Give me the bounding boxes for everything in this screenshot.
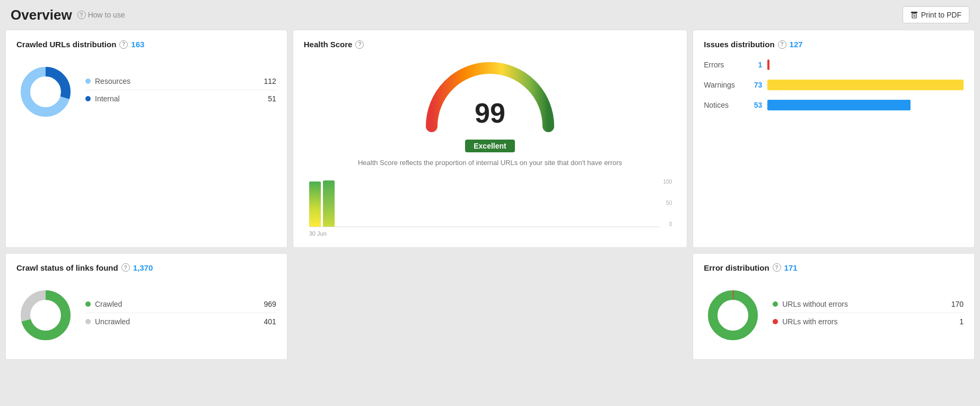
with-errors-value: 1: [959, 317, 964, 326]
health-mini-chart: 100 50 0: [304, 177, 676, 238]
x-label-date: 30 Jun: [309, 230, 327, 237]
health-score-title: Health Score ?: [304, 40, 676, 49]
uncrawled-label: Uncrawled: [95, 317, 259, 326]
mini-bars-svg: [309, 180, 341, 227]
gauge-score: 99: [475, 97, 505, 129]
issues-notices-row: Notices 53: [704, 100, 964, 110]
legend-uncrawled: Uncrawled 401: [85, 317, 276, 330]
svg-point-12: [31, 301, 60, 330]
print-label: Print to PDF: [921, 11, 961, 19]
notices-label: Notices: [704, 101, 741, 109]
svg-rect-0: [911, 12, 917, 13]
top-bar: Overview ? How to use Print to PDF: [0, 0, 980, 30]
errors-label: Errors: [704, 61, 741, 69]
y-label-100: 100: [663, 179, 672, 185]
legend-with-errors: URLs with errors 1: [773, 317, 964, 330]
health-score-center: 99 Excellent Health Score reflects the p…: [304, 57, 676, 238]
issues-dist-count: 127: [790, 40, 803, 49]
resources-dot: [85, 79, 91, 84]
legend-internal: Internal 51: [85, 94, 276, 107]
error-dist-help-icon[interactable]: ?: [773, 263, 781, 272]
svg-rect-1: [912, 14, 916, 18]
warnings-count: 73: [746, 81, 762, 89]
crawl-status-legend: Crawled 969 Uncrawled 401: [85, 300, 276, 330]
notices-bar: [767, 100, 911, 110]
crawled-urls-legend: Resources 112 Internal 51: [85, 77, 276, 107]
with-errors-dot: [773, 319, 778, 324]
errors-bar-wrap: [767, 59, 964, 70]
crawled-urls-count: 163: [131, 40, 144, 49]
issues-bars: Errors 1 Warnings 73 Notices 53: [704, 59, 964, 110]
health-score-card: Health Score ?: [293, 30, 687, 248]
issues-distribution-card: Issues distribution ? 127 Errors 1 Warni…: [693, 30, 975, 248]
warnings-bar-wrap: [767, 80, 964, 90]
crawled-value: 969: [264, 300, 276, 308]
no-errors-dot: [773, 301, 778, 307]
uncrawled-dot: [85, 319, 91, 324]
x-axis-line: [309, 227, 660, 227]
crawl-status-help-icon[interactable]: ?: [121, 263, 130, 272]
svg-rect-9: [323, 180, 335, 227]
print-icon: [911, 11, 918, 19]
with-errors-label: URLs with errors: [782, 317, 955, 326]
svg-point-15: [719, 301, 747, 330]
print-to-pdf-button[interactable]: Print to PDF: [903, 6, 969, 23]
y-label-50: 50: [666, 200, 672, 206]
top-bar-left: Overview ? How to use: [11, 7, 125, 23]
error-dist-donut: [704, 286, 762, 344]
legend-crawled: Crawled 969: [85, 300, 276, 313]
issues-dist-help-icon[interactable]: ?: [778, 40, 786, 49]
svg-point-6: [31, 77, 60, 106]
crawl-status-title: Crawl status of links found ? 1,370: [16, 263, 276, 272]
notices-bar-wrap: [767, 100, 964, 110]
page-title: Overview: [11, 7, 72, 23]
crawled-label: Crawled: [95, 300, 259, 308]
health-description: Health Score reflects the proportion of …: [358, 158, 622, 168]
crawled-urls-card: Crawled URLs distribution ? 163 Resource…: [5, 30, 287, 248]
error-distribution-card: Error distribution ? 171 URLs without er…: [693, 253, 975, 360]
legend-resources: Resources 112: [85, 77, 276, 90]
crawled-urls-donut-section: Resources 112 Internal 51: [16, 57, 276, 126]
issues-dist-title: Issues distribution ? 127: [704, 40, 964, 49]
warnings-bar: [767, 80, 964, 90]
how-to-use-icon: ?: [77, 11, 86, 19]
resources-value: 112: [264, 77, 276, 85]
warnings-label: Warnings: [704, 81, 741, 89]
crawled-urls-donut: [16, 63, 75, 121]
uncrawled-value: 401: [264, 317, 276, 326]
svg-rect-8: [309, 182, 321, 227]
issues-warnings-row: Warnings 73: [704, 80, 964, 90]
health-badge: Excellent: [465, 140, 514, 152]
errors-bar: [767, 59, 769, 70]
internal-label: Internal: [95, 94, 264, 103]
error-dist-title: Error distribution ? 171: [704, 263, 964, 272]
notices-count: 53: [746, 101, 762, 109]
internal-dot: [85, 96, 91, 101]
health-score-help-icon[interactable]: ?: [355, 40, 364, 49]
dashboard-grid: Crawled URLs distribution ? 163 Resource…: [0, 30, 980, 365]
crawled-urls-title: Crawled URLs distribution ? 163: [16, 40, 276, 49]
resources-label: Resources: [95, 77, 259, 85]
internal-value: 51: [268, 94, 276, 103]
error-dist-legend: URLs without errors 170 URLs with errors…: [773, 300, 964, 330]
gauge-wrap: 99: [421, 57, 559, 134]
no-errors-label: URLs without errors: [782, 300, 947, 308]
error-dist-section: URLs without errors 170 URLs with errors…: [704, 281, 964, 350]
error-dist-count: 171: [784, 263, 798, 272]
crawled-dot: [85, 301, 91, 307]
crawl-status-count: 1,370: [133, 263, 153, 272]
crawled-urls-help-icon[interactable]: ?: [119, 40, 128, 49]
crawl-status-donut-section: Crawled 969 Uncrawled 401: [16, 281, 276, 350]
no-errors-value: 170: [951, 300, 964, 308]
how-to-use-link[interactable]: ? How to use: [77, 11, 125, 19]
errors-count: 1: [746, 61, 762, 69]
issues-errors-row: Errors 1: [704, 59, 964, 70]
how-to-use-label: How to use: [88, 11, 125, 19]
y-label-0: 0: [669, 221, 672, 227]
mini-bar-group: [309, 180, 341, 227]
legend-no-errors: URLs without errors 170: [773, 300, 964, 313]
crawl-status-card: Crawl status of links found ? 1,370 Craw…: [5, 253, 287, 360]
crawl-status-donut: [16, 286, 75, 344]
